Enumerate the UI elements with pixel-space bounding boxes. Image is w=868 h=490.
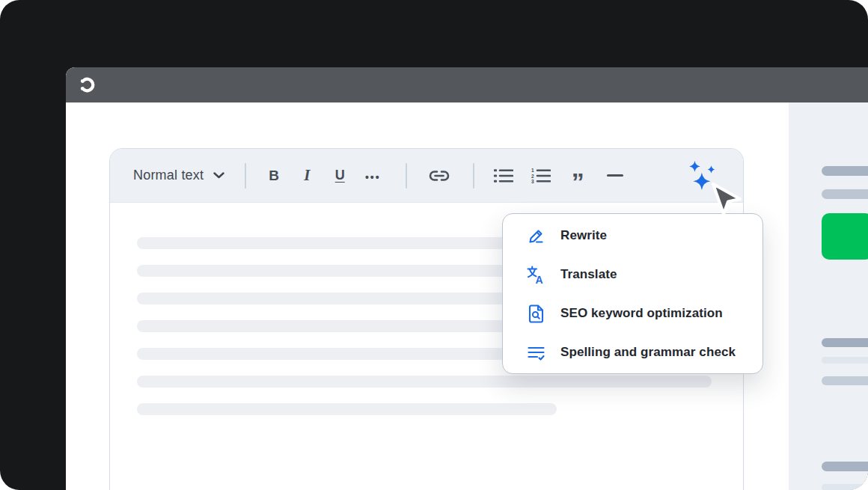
ai-menu-item-label: Spelling and grammar check xyxy=(560,345,736,360)
svg-text:2: 2 xyxy=(531,173,534,178)
ai-menu-item-grammar[interactable]: Spelling and grammar check xyxy=(503,333,762,372)
sidebar-skeleton-bar xyxy=(822,357,868,364)
right-sidebar xyxy=(789,102,868,490)
toolbar-separator xyxy=(473,163,474,189)
grammar-check-icon xyxy=(526,343,546,363)
bold-button[interactable]: B xyxy=(257,159,290,192)
chevron-down-icon xyxy=(213,172,224,179)
bullet-list-button[interactable] xyxy=(484,159,522,192)
numbered-list-button[interactable]: 1 2 3 xyxy=(522,159,559,192)
window-titlebar xyxy=(66,67,868,102)
svg-text:3: 3 xyxy=(531,179,534,184)
formatting-toolbar: Normal text B I U ••• xyxy=(110,149,743,203)
sidebar-cta-button[interactable] xyxy=(822,213,868,260)
sidebar-skeleton-bar xyxy=(822,338,868,347)
sidebar-skeleton-bar xyxy=(822,376,868,385)
sidebar-skeleton-bar xyxy=(822,189,868,199)
numbered-list-icon: 1 2 3 xyxy=(531,168,551,184)
more-formatting-button[interactable]: ••• xyxy=(356,159,389,192)
svg-text:A: A xyxy=(536,273,543,285)
pencil-icon xyxy=(526,226,546,246)
mouse-cursor-icon xyxy=(711,182,745,219)
translate-icon: A xyxy=(526,265,546,285)
document-search-icon xyxy=(526,304,546,324)
svg-text:1: 1 xyxy=(531,168,534,173)
toolbar-separator xyxy=(245,163,246,189)
toolbar-separator xyxy=(406,163,407,189)
ai-menu-item-translate[interactable]: A Translate xyxy=(503,255,762,294)
sidebar-skeleton-bar xyxy=(822,484,868,490)
blockquote-button[interactable]: ” xyxy=(559,159,596,192)
ai-menu-item-label: Translate xyxy=(560,267,617,282)
sidebar-skeleton-bar xyxy=(822,166,868,176)
bullet-list-icon xyxy=(493,168,513,184)
paragraph-style-value: Normal text xyxy=(133,168,204,183)
ai-menu-item-label: Rewrite xyxy=(560,228,607,243)
horizontal-rule-icon xyxy=(607,174,623,177)
italic-button[interactable]: I xyxy=(290,159,323,192)
hero-illustration: Normal text B I U ••• xyxy=(0,0,868,490)
ai-menu-item-seo[interactable]: SEO keyword optimization xyxy=(503,294,762,333)
insert-link-button[interactable] xyxy=(423,159,456,192)
ai-menu-item-label: SEO keyword optimization xyxy=(560,306,723,321)
underline-button[interactable]: U xyxy=(323,159,356,192)
link-icon xyxy=(428,168,450,184)
ai-menu-item-rewrite[interactable]: Rewrite xyxy=(503,216,762,255)
horizontal-rule-button[interactable] xyxy=(596,159,634,192)
document-skeleton-line xyxy=(137,376,712,388)
paragraph-style-select[interactable]: Normal text xyxy=(133,159,224,192)
ai-menu: Rewrite A Translate xyxy=(502,213,763,374)
document-skeleton-line xyxy=(137,403,557,415)
editor-window: Normal text B I U ••• xyxy=(66,67,868,490)
sidebar-skeleton-bar xyxy=(822,462,868,471)
c-logo-icon xyxy=(79,76,96,94)
dark-backdrop: Normal text B I U ••• xyxy=(0,0,868,490)
